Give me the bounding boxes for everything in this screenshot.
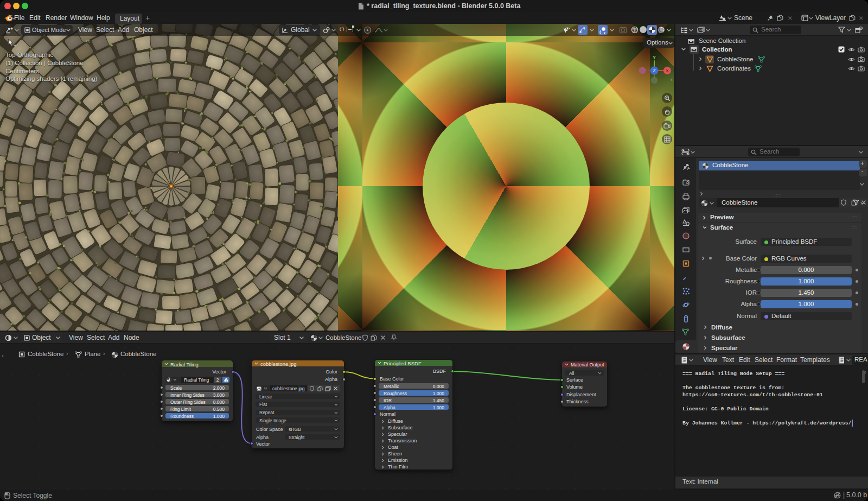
- svg-text:Z: Z: [653, 68, 655, 73]
- svg-text:Y: Y: [653, 55, 656, 60]
- svg-text:X: X: [666, 68, 669, 73]
